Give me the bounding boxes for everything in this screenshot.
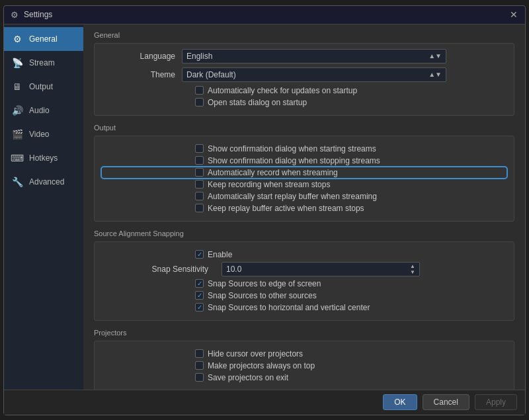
keep-replay-label: Keep replay buffer active when stream st… (208, 204, 364, 213)
general-header: General (94, 31, 514, 39)
replay-buffer-row: Automatically start replay buffer when s… (102, 192, 506, 201)
keep-recording-row: Keep recording when stream stops (102, 180, 506, 189)
stream-icon: 📡 (11, 56, 24, 69)
output-header: Output (94, 124, 514, 132)
sidebar: ⚙ General 📡 Stream 🖥 Output 🔊 Audio 🎬 Vi… (4, 24, 83, 390)
audio-label: Audio (29, 106, 50, 115)
cancel-button[interactable]: Cancel (423, 394, 469, 410)
auto-update-checkbox[interactable] (195, 86, 204, 95)
language-label: Language (102, 52, 182, 61)
auto-update-label: Automatically check for updates on start… (208, 86, 357, 95)
general-box: Language English ▲▼ Theme Dark (Default)… (94, 43, 514, 116)
open-stats-row: Open stats dialog on startup (102, 98, 506, 107)
language-arrow: ▲▼ (428, 52, 442, 60)
general-icon: ⚙ (11, 32, 24, 46)
confirm-stop-row: Show confirmation dialog when stopping s… (102, 156, 506, 165)
hide-cursor-row: Hide cursor over projectors (102, 349, 506, 358)
stream-label: Stream (29, 58, 55, 67)
video-icon: 🎬 (11, 128, 24, 141)
ok-button[interactable]: OK (383, 394, 417, 410)
hotkeys-icon: ⌨ (11, 151, 24, 165)
snap-other-label: Snap Sources to other sources (208, 291, 317, 300)
confirm-start-checkbox[interactable] (195, 144, 204, 153)
sidebar-item-general[interactable]: ⚙ General (4, 27, 83, 51)
save-exit-checkbox[interactable] (195, 373, 204, 382)
snap-center-row: Snap Sources to horizontal and vertical … (102, 303, 506, 312)
snap-edge-row: Snap Sources to edge of screen (102, 279, 506, 288)
theme-select[interactable]: Dark (Default) ▲▼ (182, 67, 446, 82)
theme-label: Theme (102, 70, 182, 79)
snapping-header: Source Alignment Snapping (94, 230, 514, 237)
general-label: General (29, 34, 58, 44)
snap-center-checkbox[interactable] (195, 303, 204, 312)
auto-update-row: Automatically check for updates on start… (102, 86, 506, 95)
always-top-row: Make projectors always on top (102, 361, 506, 370)
sidebar-item-output[interactable]: 🖥 Output (4, 75, 83, 99)
bottom-bar: OK Cancel Apply (4, 390, 525, 415)
snap-other-row: Snap Sources to other sources (102, 291, 506, 300)
sensitivity-label: Snap Sensitivity (142, 265, 215, 274)
general-section: General Language English ▲▼ Theme Dark (… (94, 31, 514, 116)
confirm-start-label: Show confirmation dialog when starting s… (208, 144, 376, 153)
window-icon: ⚙ (9, 9, 20, 20)
auto-record-checkbox[interactable] (195, 168, 204, 177)
snap-edge-checkbox[interactable] (195, 279, 204, 288)
keep-replay-checkbox[interactable] (195, 204, 204, 212)
keep-recording-checkbox[interactable] (195, 180, 204, 189)
always-top-label: Make projectors always on top (208, 361, 315, 370)
hide-cursor-checkbox[interactable] (195, 349, 204, 358)
replay-buffer-label: Automatically start replay buffer when s… (208, 192, 377, 201)
auto-record-row: Automatically record when streaming (102, 168, 506, 177)
keep-replay-row: Keep replay buffer active when stream st… (102, 204, 506, 213)
projectors-section: Projectors Hide cursor over projectors M… (94, 329, 514, 390)
settings-window: ⚙ Settings ✕ ⚙ General 📡 Stream 🖥 Output… (3, 5, 526, 415)
sidebar-item-stream[interactable]: 📡 Stream (4, 51, 83, 75)
keep-recording-label: Keep recording when stream stops (208, 180, 330, 189)
snap-center-label: Snap Sources to horizontal and vertical … (208, 303, 370, 312)
open-stats-checkbox[interactable] (195, 98, 204, 106)
snap-other-checkbox[interactable] (195, 291, 204, 300)
title-bar: ⚙ Settings ✕ (4, 6, 525, 24)
snap-edge-label: Snap Sources to edge of screen (208, 279, 321, 288)
sensitivity-row: Snap Sensitivity 10.0 ▲▼ (102, 262, 506, 276)
advanced-label: Advanced (29, 177, 64, 187)
snap-enable-row: Enable (102, 250, 506, 259)
auto-record-label: Automatically record when streaming (208, 168, 338, 177)
advanced-icon: 🔧 (11, 175, 24, 189)
main-content: ⚙ General 📡 Stream 🖥 Output 🔊 Audio 🎬 Vi… (4, 24, 525, 390)
snapping-section: Source Alignment Snapping Enable Snap Se… (94, 230, 514, 321)
sensitivity-input[interactable]: 10.0 ▲▼ (222, 262, 420, 276)
theme-row: Theme Dark (Default) ▲▼ (102, 67, 506, 82)
always-top-checkbox[interactable] (195, 361, 204, 370)
sidebar-item-advanced[interactable]: 🔧 Advanced (4, 170, 83, 194)
snapping-box: Enable Snap Sensitivity 10.0 ▲▼ Snap Sou… (94, 241, 514, 321)
theme-arrow: ▲▼ (428, 71, 442, 78)
window-title: Settings (24, 10, 508, 19)
sidebar-item-audio[interactable]: 🔊 Audio (4, 99, 83, 122)
confirm-start-row: Show confirmation dialog when starting s… (102, 144, 506, 153)
apply-button[interactable]: Apply (475, 394, 517, 410)
confirm-stop-label: Show confirmation dialog when stopping s… (208, 156, 380, 165)
output-icon: 🖥 (11, 80, 24, 93)
sensitivity-spinner[interactable]: ▲▼ (410, 263, 415, 275)
language-row: Language English ▲▼ (102, 49, 506, 63)
output-label: Output (29, 82, 53, 91)
projectors-box: Hide cursor over projectors Make project… (94, 341, 514, 390)
sidebar-item-hotkeys[interactable]: ⌨ Hotkeys (4, 146, 83, 170)
save-exit-label: Save projectors on exit (208, 373, 288, 382)
snap-enable-checkbox[interactable] (195, 250, 204, 259)
hide-cursor-label: Hide cursor over projectors (208, 349, 303, 358)
close-button[interactable]: ✕ (508, 9, 520, 21)
output-section: Output Show confirmation dialog when sta… (94, 124, 514, 222)
replay-buffer-checkbox[interactable] (195, 192, 204, 200)
hotkeys-label: Hotkeys (29, 153, 58, 163)
save-exit-row: Save projectors on exit (102, 373, 506, 382)
content-area: General Language English ▲▼ Theme Dark (… (83, 24, 525, 390)
sidebar-item-video[interactable]: 🎬 Video (4, 122, 83, 146)
projectors-header: Projectors (94, 329, 514, 337)
video-label: Video (29, 130, 49, 139)
open-stats-label: Open stats dialog on startup (208, 98, 307, 107)
language-select[interactable]: English ▲▼ (182, 49, 446, 63)
confirm-stop-checkbox[interactable] (195, 156, 204, 165)
snap-enable-label: Enable (208, 250, 232, 259)
